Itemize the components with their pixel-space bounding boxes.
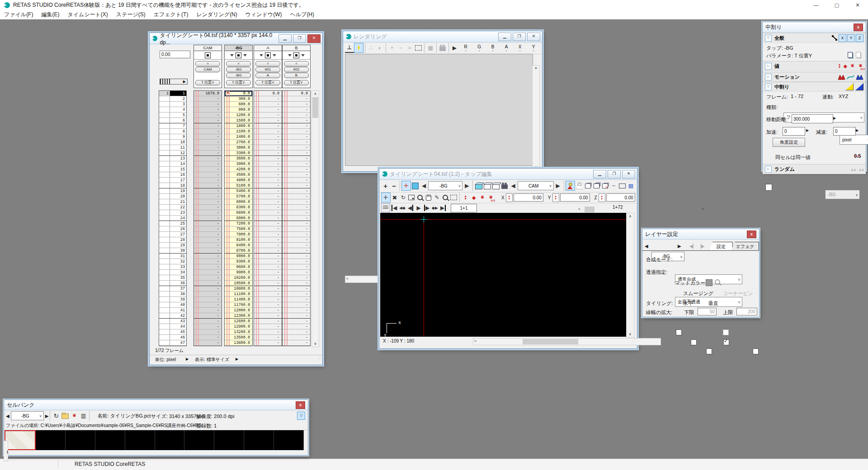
sheet-cell-bgc-29[interactable]: 8400.0 xyxy=(225,243,252,248)
sheet-cell-bc-16[interactable]: - xyxy=(283,172,310,178)
accel-field[interactable]: 0 xyxy=(783,127,805,136)
rotate-tool-icon[interactable]: ↻ xyxy=(399,193,407,202)
add-tap-icon[interactable]: + xyxy=(381,181,390,190)
timesheet-close-button[interactable]: ✕ xyxy=(307,34,321,43)
sheet-cell-cam-41[interactable]: - xyxy=(194,308,222,313)
rendering-close-button[interactable]: ✕ xyxy=(527,33,540,41)
sheet-cell-cam-5[interactable]: - xyxy=(194,113,222,118)
select-rect-tool-icon[interactable] xyxy=(450,193,458,202)
sheet-cell-bc-6[interactable]: - xyxy=(283,118,310,123)
matte-color-swatch[interactable] xyxy=(706,279,712,286)
tap-vscrollbar[interactable]: ∧ ∨ xyxy=(626,213,634,338)
view-expand-icon[interactable]: ▶ xyxy=(236,357,238,361)
sheet-cell-cam-45[interactable]: - xyxy=(194,329,222,335)
a-layer-icon[interactable] xyxy=(265,52,271,58)
sheet-cell-cam-27[interactable]: - xyxy=(194,232,222,237)
sheet-cell-cam-18[interactable]: - xyxy=(194,183,222,188)
value-input[interactable]: 0.00 xyxy=(160,51,190,58)
layer-transfer-icon[interactable] xyxy=(601,181,609,190)
sheet-cell-bgc-28[interactable]: 8100.0 xyxy=(225,237,252,243)
sheet-cell-bgc-18[interactable]: 5100.0 xyxy=(225,183,252,188)
app-close-button[interactable]: ✕ xyxy=(847,0,868,10)
cellbank-layer-select[interactable]: -BG xyxy=(11,411,44,420)
sheet-cell-ac-4[interactable]: - xyxy=(254,107,282,113)
zoom-out-icon[interactable]: − xyxy=(396,43,406,52)
render-execute-icon[interactable] xyxy=(354,43,364,53)
sheet-cell-cam-16[interactable]: - xyxy=(194,172,222,178)
cellbank-close-button[interactable]: x xyxy=(296,401,305,409)
sheet-cell-bc-10[interactable]: - xyxy=(283,140,310,145)
sheet-cell-cam-1[interactable]: 1678.0 xyxy=(194,91,222,96)
sheet-cell-ac-11[interactable]: - xyxy=(254,145,282,150)
sheet-cell-bc-27[interactable]: - xyxy=(283,232,310,237)
section-random[interactable]: ▷ ランダム ▲▲ ▲▲ xyxy=(763,164,866,174)
sheet-cell-bc-22[interactable]: - xyxy=(283,205,310,210)
burst-xyz-icon[interactable]: XYZ xyxy=(486,193,495,202)
frame-border-icon[interactable] xyxy=(618,181,627,190)
frame-number-row-2[interactable]: 2 xyxy=(159,96,186,102)
sheet-cell-bgc-14[interactable]: 3900.0 xyxy=(225,161,252,167)
value-expander-icon[interactable]: ▷ xyxy=(765,63,772,70)
sheet-cell-bc-2[interactable]: - xyxy=(283,96,310,102)
x-field[interactable]: 0.00 xyxy=(514,193,543,202)
sheet-cell-ac-40[interactable]: - xyxy=(254,302,282,308)
sheet-cell-bgc-12[interactable]: 3300.0 xyxy=(225,150,252,156)
move-tool-icon[interactable]: ✛ xyxy=(381,193,391,202)
frame-number-row-24[interactable]: 24 xyxy=(159,216,186,221)
cel-prev-icon[interactable]: ◀ xyxy=(6,414,9,418)
sheet-cell-cam-24[interactable]: - xyxy=(194,216,222,221)
bg-layer-icon[interactable] xyxy=(236,52,241,58)
frame-number-row-25[interactable]: 25 xyxy=(159,221,186,226)
render-channel-R[interactable]: R- xyxy=(459,44,472,52)
sheet-cell-bc-29[interactable]: - xyxy=(283,243,310,248)
tap-canvas[interactable]: X Y xyxy=(380,213,626,337)
b-cel-button[interactable]: #02 xyxy=(284,67,309,72)
nakawari-titlebar[interactable]: 中割り x xyxy=(763,22,866,33)
tiling-vertical-checkbox[interactable] xyxy=(723,339,729,345)
sheet-cell-cam-43[interactable]: - xyxy=(194,319,222,324)
rendering-restore-button[interactable]: ❐ xyxy=(513,33,526,41)
column-b-name[interactable]: B xyxy=(283,45,310,51)
frame-number-row-11[interactable]: 11 xyxy=(159,145,186,150)
sheet-cell-bc-42[interactable]: - xyxy=(283,313,310,319)
sheet-cell-bgc-5[interactable]: 1200.0 xyxy=(225,113,252,118)
sheet-cell-bgc-11[interactable]: 3000.0 xyxy=(225,145,252,150)
sheet-cell-ac-29[interactable]: - xyxy=(254,243,282,248)
fit-view-icon[interactable] xyxy=(414,43,423,52)
save-icon[interactable]: ▦ xyxy=(426,43,435,52)
menu-item-5[interactable]: レンダリング(N) xyxy=(192,10,241,19)
y-field[interactable]: 0.00 xyxy=(560,193,590,202)
play-frame-icon[interactable]: ▶ xyxy=(415,203,423,212)
zoom-in-icon[interactable]: + xyxy=(387,43,396,52)
sheet-cell-cam-34[interactable]: - xyxy=(194,270,222,275)
sheet-cell-cam-6[interactable]: - xyxy=(194,118,222,123)
app-minimize-button[interactable]: — xyxy=(806,0,826,10)
column-a-name[interactable]: A xyxy=(254,45,282,51)
frame-number-row-37[interactable]: 37 xyxy=(159,286,186,291)
sheet-cell-ac-37[interactable]: - xyxy=(254,286,282,291)
layer-prev-disabled-icon[interactable]: ◀▏ xyxy=(689,244,696,249)
bg-name-button[interactable]: -BG xyxy=(226,73,251,78)
camera-view-icon[interactable] xyxy=(500,181,509,190)
sheet-cell-bc-18[interactable]: - xyxy=(283,183,310,188)
paste-icon[interactable] xyxy=(856,52,861,58)
open-folder-icon[interactable] xyxy=(61,411,70,420)
general-expander-icon[interactable]: ▽ xyxy=(765,35,772,42)
frame-number-row-10[interactable]: 10 xyxy=(159,140,186,145)
sheet-cell-bgc-34[interactable]: 9900.0 xyxy=(225,270,252,275)
layer-next-icon[interactable]: ▶ xyxy=(462,181,471,190)
frame-number-row-28[interactable]: 28 xyxy=(159,237,186,243)
unit-select[interactable]: pixel xyxy=(840,135,868,145)
tap-move-icon[interactable]: ✛ xyxy=(401,181,411,191)
render-channel-A[interactable]: A- xyxy=(500,44,513,52)
cel-thumbnail-2[interactable] xyxy=(36,430,66,450)
menu-item-6[interactable]: ウィンドウ(W) xyxy=(241,10,286,19)
go-last-icon[interactable]: ▶ xyxy=(439,203,447,212)
sheet-cell-cam-30[interactable]: - xyxy=(194,248,222,254)
sheet-cell-bgc-1[interactable]: ▼0.0 xyxy=(225,91,252,96)
ease-yellow-icon[interactable] xyxy=(845,83,854,90)
frame-number-row-34[interactable]: 34 xyxy=(159,270,186,275)
layer-prev-icon[interactable]: ◀ xyxy=(645,244,648,249)
layer-close-button[interactable]: x xyxy=(747,230,756,238)
section-inbetween[interactable]: ▽ 中割り xyxy=(763,82,866,92)
